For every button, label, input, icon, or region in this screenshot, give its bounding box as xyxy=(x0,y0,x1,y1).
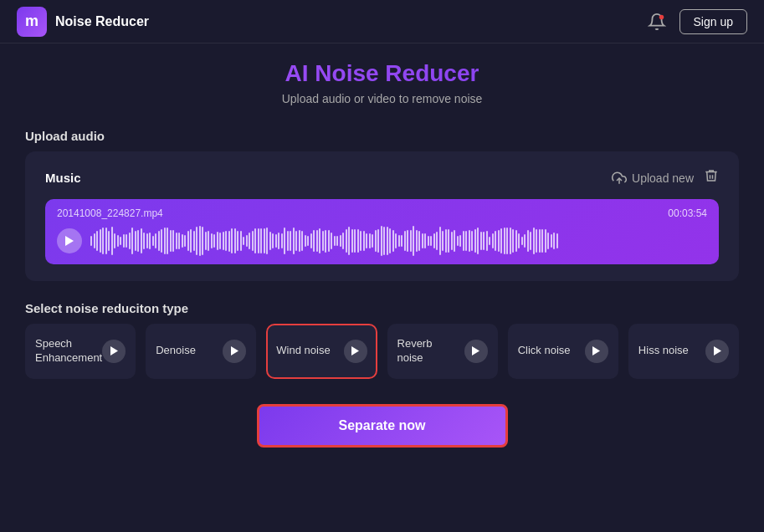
signup-button[interactable]: Sign up xyxy=(679,9,747,34)
waveform-bar xyxy=(246,235,248,247)
noise-type-card-hiss[interactable]: Hiss noise xyxy=(628,324,739,379)
waveform-bar xyxy=(424,233,426,249)
main-content: AI Noise Reducer Upload audio or video t… xyxy=(0,43,764,473)
waveform-bar xyxy=(474,229,476,253)
waveform-bar xyxy=(512,229,514,253)
noise-type-label: Click noise xyxy=(518,344,578,358)
waveform-bar xyxy=(342,233,344,249)
waveform-bar xyxy=(202,227,203,255)
waveform-bar xyxy=(480,232,482,250)
waveform-bar xyxy=(363,231,365,250)
waveform-bar xyxy=(433,233,435,249)
music-label: Music xyxy=(45,171,81,185)
noise-type-play-button[interactable] xyxy=(102,340,126,363)
waveform-bar xyxy=(413,226,414,256)
waveform-bar xyxy=(129,233,131,248)
waveform-bar xyxy=(510,228,511,253)
waveform-bar xyxy=(149,233,151,249)
upload-section-label: Upload audio xyxy=(25,129,739,143)
waveform-bar xyxy=(293,228,295,255)
waveform-bar xyxy=(94,233,95,248)
waveform-bar xyxy=(108,231,110,251)
noise-type-play-button[interactable] xyxy=(464,340,488,363)
waveform-bar xyxy=(536,229,537,252)
notification-button[interactable] xyxy=(648,13,666,31)
waveform-bar xyxy=(428,236,429,246)
noise-types-section: Select noise reduciton type Speech Enhan… xyxy=(25,301,739,379)
noise-type-play-button[interactable] xyxy=(705,340,729,363)
waveform-bar xyxy=(252,231,254,250)
noise-type-label: Wind noise xyxy=(276,344,336,358)
waveform-bar xyxy=(521,237,523,245)
waveform-bar xyxy=(90,236,92,246)
waveform-bar xyxy=(340,235,341,248)
svg-marker-4 xyxy=(231,346,238,356)
waveform-bar xyxy=(287,231,289,251)
noise-type-card-click[interactable]: Click noise xyxy=(508,324,618,379)
waveform-bar xyxy=(284,228,285,254)
waveform-bar xyxy=(524,234,526,248)
waveform-bar xyxy=(141,228,142,254)
waveform-bar xyxy=(459,235,461,248)
header: m Noise Reducer Sign up xyxy=(0,0,764,43)
waveform-bar xyxy=(310,233,312,248)
waveform-bar xyxy=(541,229,543,252)
noise-type-label: Reverb noise xyxy=(397,337,458,366)
waveform-bar xyxy=(395,233,397,248)
upload-header: Music Upload new xyxy=(45,168,719,187)
waveform-bar xyxy=(442,231,444,251)
waveform-bar xyxy=(547,233,549,249)
noise-type-card-wind[interactable]: Wind noise xyxy=(266,324,377,379)
waveform-bar xyxy=(266,228,268,253)
waveform-bar xyxy=(357,229,359,253)
play-icon xyxy=(592,346,600,356)
svg-marker-7 xyxy=(592,346,600,356)
noise-type-label: Denoise xyxy=(156,344,216,358)
waveform-bar xyxy=(114,233,115,249)
waveform-bar xyxy=(336,236,338,246)
waveform-bar xyxy=(208,231,209,251)
waveform-bar xyxy=(299,230,300,252)
delete-button[interactable] xyxy=(704,168,719,187)
waveform-bar xyxy=(477,228,479,253)
waveform-bar xyxy=(96,231,98,252)
waveform-bar xyxy=(170,230,172,252)
upload-new-button[interactable]: Upload new xyxy=(612,171,694,186)
waveform-bar xyxy=(264,228,265,253)
waveform-bar xyxy=(471,231,473,251)
play-icon xyxy=(110,346,118,356)
noise-type-play-button[interactable] xyxy=(223,340,246,363)
waveform-bar xyxy=(258,228,259,254)
waveform-bar xyxy=(465,231,467,251)
noise-type-card-reverb[interactable]: Reverb noise xyxy=(387,324,498,379)
waveform-bar xyxy=(545,229,546,253)
waveform-bar xyxy=(231,228,233,253)
waveform-bar xyxy=(360,231,361,251)
play-button[interactable] xyxy=(57,228,82,253)
waveform-bar xyxy=(398,235,400,247)
noise-type-label: Hiss noise xyxy=(638,344,699,358)
waveform-bar xyxy=(506,228,508,254)
waveform-bar xyxy=(530,232,531,251)
waveform-bar xyxy=(392,230,394,252)
waveform-bar xyxy=(176,233,177,250)
noise-type-card-denoise[interactable]: Denoise xyxy=(146,324,256,379)
waveform-bar xyxy=(375,230,377,251)
noise-type-play-button[interactable] xyxy=(585,340,608,363)
waveform-bar xyxy=(436,232,438,249)
waveform-bar xyxy=(334,236,336,245)
waveform-bar xyxy=(372,234,373,248)
waveform-bar xyxy=(126,234,127,248)
waveform-bar xyxy=(161,229,162,253)
play-icon xyxy=(351,346,359,356)
separate-now-button[interactable]: Separate now xyxy=(257,404,508,448)
waveform-bar xyxy=(152,236,154,245)
waveform-bar xyxy=(316,230,318,252)
waveform-bar xyxy=(272,233,274,249)
noise-type-card-speech[interactable]: Speech Enhancement xyxy=(25,324,136,379)
play-icon xyxy=(714,346,721,356)
waveform-bar xyxy=(269,232,271,250)
noise-type-play-button[interactable] xyxy=(344,340,367,363)
waveform-bar xyxy=(275,234,277,247)
waveform-bar xyxy=(249,233,250,249)
